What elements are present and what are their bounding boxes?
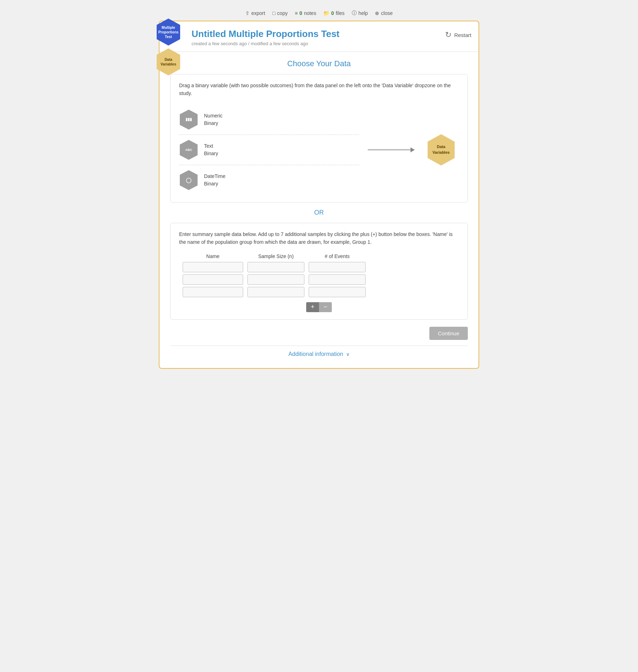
name-input-2[interactable]: [183, 274, 243, 285]
sidebar-data-vars-text: Data Variables: [161, 57, 176, 67]
list-item[interactable]: ◯ DateTime Binary: [179, 165, 359, 195]
outer-wrapper: ⇧ export □ copy ≡ 0 notes 📁 0 files ⓘ he…: [159, 7, 479, 369]
files-button[interactable]: 📁 0 files: [323, 10, 345, 16]
help-icon: ⓘ: [352, 10, 357, 16]
or-divider: OR: [170, 209, 468, 216]
export-button[interactable]: ⇧ export: [245, 10, 265, 16]
page-title: Untitled Multiple Proportions Test: [192, 28, 340, 40]
notes-icon: ≡: [295, 10, 298, 16]
remove-row-button[interactable]: −: [319, 302, 332, 312]
table-header: Name Sample Size (n) # of Events: [179, 253, 459, 259]
text-icon: ABC: [185, 148, 192, 152]
sample-input-1[interactable]: [247, 262, 304, 272]
restart-icon: ↻: [445, 30, 451, 40]
text-binary-hex: ABC: [179, 139, 198, 161]
numeric-binary-label: Numeric Binary: [204, 112, 223, 127]
header-text: Untitled Multiple Proportions Test creat…: [192, 28, 340, 46]
sample-input-3[interactable]: [247, 287, 304, 297]
copy-icon: □: [272, 10, 275, 16]
header-subtitle: created a few seconds ago / modified a f…: [192, 41, 340, 46]
help-button[interactable]: ⓘ help: [352, 10, 368, 16]
variable-types-container: ▮▮▮ Numeric Binary: [179, 105, 459, 195]
dropzone-hex-container[interactable]: Data Variables: [423, 133, 459, 166]
notes-button[interactable]: ≡ 0 notes: [295, 10, 316, 16]
add-remove-row: + −: [179, 302, 459, 312]
drag-description: Drag a binary variable (with two possibl…: [179, 82, 459, 98]
list-item[interactable]: ▮▮▮ Numeric Binary: [179, 105, 359, 135]
sample-input-2[interactable]: [247, 274, 304, 285]
data-variables-dropzone[interactable]: Data Variables: [427, 133, 455, 166]
app-hex-badge: Multiple Proportions Test: [156, 18, 181, 46]
table-row: [179, 274, 459, 285]
col-header-sample: Sample Size (n): [247, 253, 304, 259]
app-badge-text: Multiple Proportions Test: [158, 25, 179, 39]
numeric-icon: ▮▮▮: [185, 117, 192, 122]
events-input-1[interactable]: [309, 262, 366, 272]
table-row: [179, 262, 459, 272]
continue-row: Continue: [170, 327, 468, 340]
arrow-area: [359, 147, 423, 152]
col-header-name: Name: [183, 253, 243, 259]
main-card: Multiple Proportions Test Data Variables…: [159, 21, 479, 369]
events-input-3[interactable]: [309, 287, 366, 297]
dropzone-label: Data Variables: [433, 144, 450, 155]
text-binary-label: Text Binary: [204, 142, 218, 157]
datetime-binary-hex: ◯: [179, 169, 198, 191]
additional-info-label: Additional information: [288, 351, 343, 357]
name-input-3[interactable]: [183, 287, 243, 297]
close-icon: ⊗: [375, 10, 379, 16]
top-toolbar: ⇧ export □ copy ≡ 0 notes 📁 0 files ⓘ he…: [159, 7, 479, 21]
add-row-button[interactable]: +: [306, 302, 319, 312]
col-header-events: # of Events: [309, 253, 366, 259]
list-item[interactable]: ABC Text Binary: [179, 135, 359, 165]
table-row: [179, 287, 459, 297]
variable-list: ▮▮▮ Numeric Binary: [179, 105, 359, 195]
sidebar-data-vars-hex: Data Variables: [156, 48, 181, 76]
numeric-binary-hex: ▮▮▮: [179, 109, 198, 130]
restart-button[interactable]: ↻ Restart: [445, 30, 471, 40]
chevron-down-icon: ∨: [346, 351, 350, 357]
export-icon: ⇧: [245, 10, 250, 16]
hex-badge-container: Multiple Proportions Test Data Variables: [156, 18, 181, 76]
drag-arrow: [368, 147, 415, 152]
summary-description: Enter summary sample data below. Add up …: [179, 230, 459, 246]
events-input-2[interactable]: [309, 274, 366, 285]
datetime-binary-label: DateTime Binary: [204, 173, 225, 188]
content-area: Choose Your Data Drag a binary variable …: [160, 52, 478, 368]
header-area: Untitled Multiple Proportions Test creat…: [160, 21, 478, 52]
clock-icon: ◯: [186, 177, 192, 183]
continue-button[interactable]: Continue: [429, 327, 468, 340]
additional-info-row[interactable]: Additional information ∨: [170, 346, 468, 361]
choose-data-title: Choose Your Data: [170, 59, 468, 68]
summary-panel: Enter summary sample data below. Add up …: [170, 223, 468, 320]
close-button[interactable]: ⊗ close: [375, 10, 393, 16]
copy-button[interactable]: □ copy: [272, 10, 288, 16]
folder-icon: 📁: [323, 10, 329, 16]
drag-panel: Drag a binary variable (with two possibl…: [170, 74, 468, 203]
name-input-1[interactable]: [183, 262, 243, 272]
data-table-area: Name Sample Size (n) # of Events: [179, 253, 459, 312]
